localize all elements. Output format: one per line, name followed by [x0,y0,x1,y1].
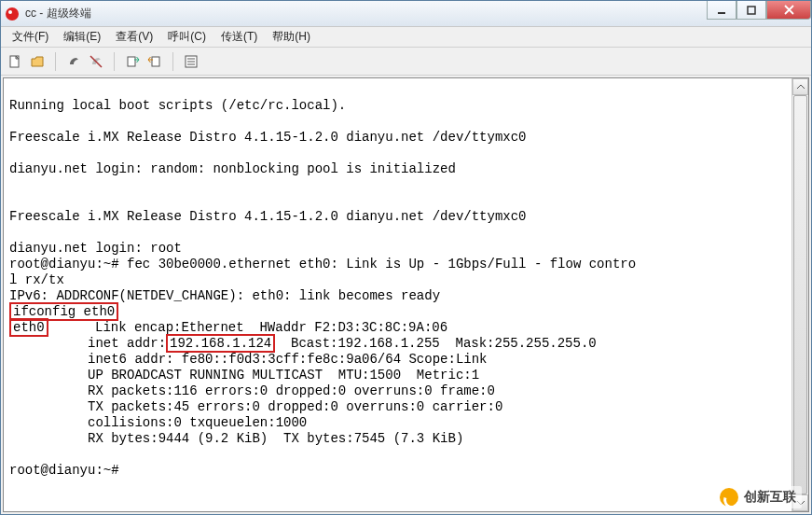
watermark: 创新互联 [714,486,802,508]
terminal-container: Running local boot scripts (/etc/rc.loca… [1,76,811,514]
terminal-line-inet-post: Bcast:192.168.1.255 Mask:255.255.255.0 [275,336,596,351]
scroll-up-button[interactable] [792,78,808,95]
terminal-line: Freescale i.MX Release Distro 4.1.15-1.2… [9,130,527,145]
terminal-line: Freescale i.MX Release Distro 4.1.15-1.2… [9,209,527,224]
svg-line-5 [90,56,102,67]
highlight-ip-address: 192.168.1.124 [166,334,275,353]
titlebar[interactable]: cc - 超级终端 [1,1,811,27]
menubar: 文件(F) 编辑(E) 查看(V) 呼叫(C) 传送(T) 帮助(H) [1,27,811,48]
send-icon [125,54,140,69]
svg-point-1 [8,10,12,14]
properties-icon [184,54,199,69]
window-title: cc - 超级终端 [25,6,807,21]
terminal-line: dianyu.net login: root [9,241,182,256]
svg-rect-2 [718,12,725,14]
terminal-line: TX packets:45 errors:0 dropped:0 overrun… [9,399,502,414]
call-disconnect-icon [89,54,103,69]
terminal-line: dianyu.net login: random: nonblocking po… [9,161,456,176]
highlight-eth0: eth0 [9,318,48,337]
watermark-text: 创新互联 [744,489,796,506]
svg-rect-7 [152,57,159,66]
close-button[interactable] [766,1,811,20]
menu-edit[interactable]: 编辑(E) [56,27,108,47]
disconnect-button[interactable] [88,53,104,70]
menu-call[interactable]: 呼叫(C) [160,27,213,47]
toolbar-separator [172,52,173,71]
open-button[interactable] [29,53,46,70]
scrollbar-thumb[interactable] [793,95,807,494]
svg-rect-3 [748,7,755,14]
svg-rect-6 [128,57,135,66]
open-folder-icon [30,54,45,69]
watermark-logo-icon [720,488,738,507]
toolbar-separator [114,52,115,71]
properties-button[interactable] [183,53,200,70]
terminal-prompt: root@dianyu:~# [9,463,127,478]
window-controls [707,1,811,20]
send-button[interactable] [124,53,141,70]
maximize-button[interactable] [736,1,766,20]
terminal-line: IPv6: ADDRCONF(NETDEV_CHANGE): eth0: lin… [9,288,440,303]
new-file-icon [7,54,22,69]
terminal-line: UP BROADCAST RUNNING MULTICAST MTU:1500 … [9,368,479,383]
terminal-line: RX bytes:9444 (9.2 KiB) TX bytes:7545 (7… [9,431,463,446]
terminal-line: Running local boot scripts (/etc/rc.loca… [9,98,346,113]
menu-file[interactable]: 文件(F) [5,27,56,47]
chevron-up-icon [797,84,805,90]
menu-transfer[interactable]: 传送(T) [213,27,265,47]
receive-button[interactable] [146,53,163,70]
app-icon [5,7,20,21]
menu-help[interactable]: 帮助(H) [265,27,318,47]
close-icon [784,5,794,15]
minimize-icon [717,6,726,15]
terminal[interactable]: Running local boot scripts (/etc/rc.loca… [3,77,809,512]
terminal-line-inet-pre: inet addr: [9,336,166,351]
menu-view[interactable]: 查看(V) [108,27,160,47]
terminal-line: l rx/tx [9,272,64,287]
terminal-line: inet6 addr: fe80::f0d3:3cff:fe8c:9a06/64… [9,352,487,367]
svg-point-0 [6,7,19,21]
terminal-line: root@dianyu:~# fec 30be0000.ethernet eth… [9,257,636,271]
terminal-line: RX packets:116 errors:0 dropped:0 overru… [9,383,495,398]
connect-button[interactable] [65,53,82,70]
terminal-line: Link encap:Ethernet HWaddr F2:D3:3C:8C:9… [48,320,447,335]
toolbar [1,48,811,76]
call-connect-icon [66,54,81,69]
maximize-icon [747,6,756,15]
app-window: cc - 超级终端 文件(F) 编辑(E) 查看(V) 呼叫(C) 传送(T) … [0,0,812,515]
toolbar-separator [55,52,56,71]
receive-icon [147,54,162,69]
vertical-scrollbar[interactable] [791,78,808,511]
new-file-button[interactable] [7,53,23,70]
minimize-button[interactable] [707,1,736,20]
terminal-line: collisions:0 txqueuelen:1000 [9,415,307,430]
scrollbar-track[interactable] [792,95,808,494]
terminal-output: Running local boot scripts (/etc/rc.loca… [4,78,808,482]
